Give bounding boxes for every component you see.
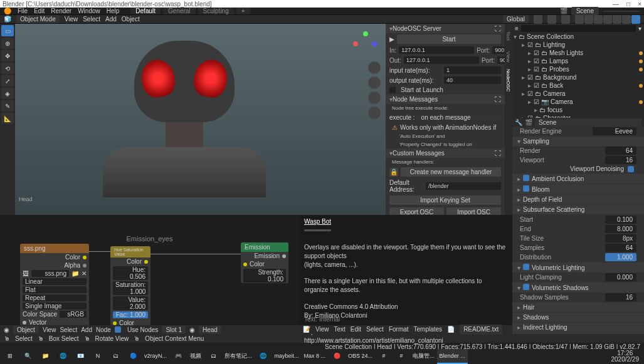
persp-ortho-icon[interactable] [368,107,381,119]
proportional-icon[interactable] [561,15,570,24]
vp-menu-view[interactable]: View [65,16,78,23]
shading-solid-icon[interactable] [613,15,621,24]
shading-wireframe-icon[interactable] [603,15,612,24]
tool-transform[interactable]: ◈ [1,88,14,99]
taskbar-item[interactable]: N [89,349,107,364]
node-editor-icon[interactable]: ◉ [4,326,9,333]
section-vol-light[interactable]: ▾Volumetric Lighting [512,263,644,273]
vol-end-field[interactable]: 8.000 [605,225,636,233]
import-keying-button[interactable]: Import Keying Set [389,195,501,205]
scene-selector[interactable]: Scene [571,7,599,15]
3d-viewport[interactable]: Head [15,24,386,215]
te-menu-format[interactable]: Format [389,325,409,334]
taskbar-item[interactable]: 🔍 [19,349,36,364]
ao-checkbox[interactable] [523,175,529,181]
outliner-item[interactable]: ▸🗀focus [512,106,644,114]
vol-tile-field[interactable]: 8px [605,234,636,242]
mode-selector[interactable]: Object Mode [16,15,60,23]
view-layer-selector[interactable] [603,11,640,12]
section-sss[interactable]: ▸Subsurface Scattering [512,205,644,214]
create-handler-button[interactable]: Create new message handler [401,167,501,177]
menu-window[interactable]: Window [78,8,100,14]
section-shadows[interactable]: ▸Shadows [512,313,644,322]
window-minimize[interactable]: — [613,1,619,8]
play-icon[interactable]: ▶ [389,36,394,43]
outliner-item[interactable]: ▸☑🗀Background [512,73,644,81]
outliner-item[interactable]: ▸☑🗀Lamps [512,57,644,65]
tool-rotate[interactable]: ⟲ [1,63,14,74]
tool-cursor[interactable]: ⊕ [1,38,14,49]
workspace-tab-default[interactable]: Default [130,8,161,14]
workspace-tab-general[interactable]: General [163,8,196,14]
taskbar-clock[interactable]: 17:262020/2/29 [608,350,643,363]
denoise-checkbox[interactable] [628,166,634,172]
material-select[interactable]: Head [199,326,221,334]
taskbar-item[interactable]: OBS 24... [346,349,375,364]
outliner-tree[interactable]: ▾🗀Scene Collection ▸☑🗀Lighting▸☑🗀Mesh Li… [512,33,644,118]
outliner-item[interactable]: ▸☑🗀Probes [512,65,644,73]
taskbar-item[interactable]: 🔴 [328,349,346,364]
output-rate-input[interactable] [444,76,501,84]
lock-icon[interactable]: 🔒 [389,168,398,177]
vol-shadow-checkbox[interactable] [523,284,529,290]
outliner-filter-icon[interactable]: ▾ [638,25,641,32]
input-rate-input[interactable] [444,66,501,74]
in-address-input[interactable] [399,46,474,54]
taskbar-item[interactable]: maybeit... [272,349,302,364]
outliner-item[interactable]: ▸☑🗀Camera [512,90,644,98]
out-address-input[interactable] [404,56,479,64]
text-file-select[interactable]: README.txt [460,325,502,335]
tool-scale[interactable]: ⤢ [1,75,14,86]
vol-light-checkbox[interactable] [523,264,529,270]
ne-menu-node[interactable]: Node [96,326,111,333]
taskbar-item[interactable]: ⊞ [1,349,19,364]
default-address-input[interactable] [426,182,501,190]
nav-gizmo[interactable] [353,31,378,56]
outliner-item[interactable]: ▸☑🗀Lighting [512,41,644,49]
menu-edit[interactable]: Edit [34,8,45,14]
shader-node-editor[interactable]: Emission_eyes sss.png Color Alpha 🖼sss.p… [0,215,299,334]
section-film[interactable]: ▸Film [512,333,644,334]
taskbar-item[interactable]: 视频 [187,349,204,364]
te-menu-edit[interactable]: Edit [351,325,361,334]
taskbar-item[interactable]: Blender ... [437,349,468,364]
section-vol-shadow[interactable]: ▾Volumetric Shadows [512,283,644,293]
use-nodes-checkbox[interactable] [115,326,121,333]
pivot-icon[interactable] [534,15,542,24]
outliner-search[interactable] [521,25,636,32]
taskbar-item[interactable]: v2rayN... [142,349,169,364]
nodeosc-start-button[interactable]: Start [397,34,501,44]
window-maximize[interactable]: □ [626,1,630,8]
te-menu-select[interactable]: Select [366,325,384,334]
npanel-tab-view[interactable]: View [505,48,511,66]
editor-type-icon[interactable]: 🧊 [4,16,11,23]
window-close[interactable]: × [638,1,641,8]
taskbar-item[interactable]: 🗂 [204,349,222,364]
camera-view-icon[interactable] [368,91,381,104]
menu-help[interactable]: Help [107,8,120,14]
pan-icon[interactable] [368,76,381,89]
sampling-render-field[interactable]: 64 [605,147,636,155]
light-clamp-field[interactable]: 0.000 [605,273,636,281]
start-launch-checkbox[interactable] [389,87,396,93]
taskbar-item[interactable]: # [375,349,393,364]
vol-samples-field[interactable]: 64 [605,244,636,252]
shadow-samples-field[interactable]: 16 [605,293,636,301]
menu-file[interactable]: File [18,8,28,14]
sampling-viewport-field[interactable]: 16 [605,156,636,164]
taskbar-item[interactable]: Max 8 ... [302,349,329,364]
taskbar-item[interactable]: 所有笔记... [222,349,255,364]
shading-rendered-icon[interactable] [631,15,640,24]
section-dof[interactable]: ▸Depth of Field [512,195,644,204]
render-engine-select[interactable]: Eevee [593,127,636,135]
hsv-node[interactable]: Hue Saturation Value Color Hue: 0.506 Sa… [110,246,150,327]
bloom-checkbox[interactable] [523,185,529,192]
vp-menu-select[interactable]: Select [83,16,100,23]
menu-render[interactable]: Render [51,8,71,14]
section-bloom[interactable]: ▸Bloom [512,184,644,194]
vp-menu-add[interactable]: Add [105,16,117,23]
npanel-tab-tool[interactable]: Tool [505,26,511,45]
outliner-item[interactable]: ▸☑🗀Back [512,81,644,90]
ne-menu-view[interactable]: View [43,326,56,333]
section-sampling[interactable]: ▾Sampling [512,137,644,146]
